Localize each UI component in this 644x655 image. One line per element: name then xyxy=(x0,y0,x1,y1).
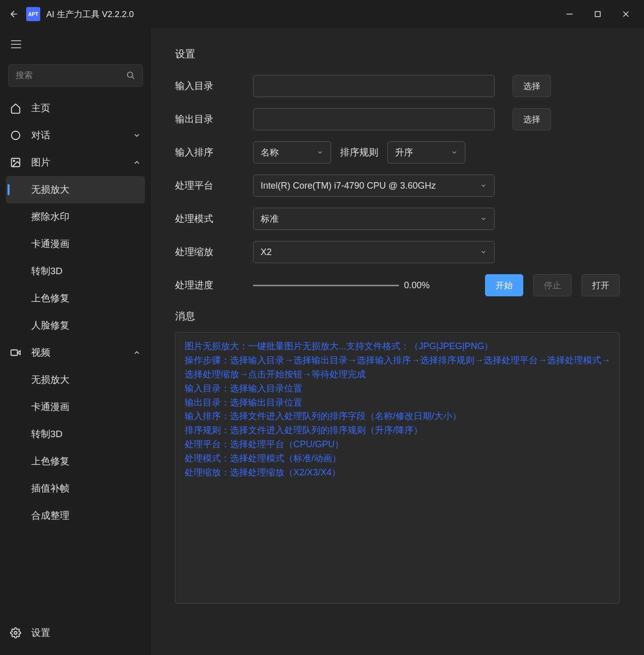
nav-label: 合成整理 xyxy=(31,509,69,522)
chevron-down-icon xyxy=(480,215,487,222)
input-sort-select[interactable]: 名称 xyxy=(253,141,331,163)
search-icon xyxy=(126,71,135,80)
window-title: AI 生产力工具 V2.2.2.0 xyxy=(46,9,555,20)
svg-point-13 xyxy=(14,631,17,634)
chevron-down-icon xyxy=(451,149,458,156)
nav-home-label: 主页 xyxy=(31,102,50,115)
minimize-icon xyxy=(566,11,573,18)
sort-rule-select[interactable]: 升序 xyxy=(387,141,465,163)
message-box[interactable]: 图片无损放大：一键批量图片无损放大...支持文件格式：（JPG|JPEG|PNG… xyxy=(175,332,620,604)
app-icon: APT xyxy=(26,7,40,21)
chat-icon xyxy=(10,130,21,141)
nav-video-compose[interactable]: 合成整理 xyxy=(0,502,151,529)
start-button[interactable]: 开始 xyxy=(485,274,523,296)
nav-image-label: 图片 xyxy=(31,156,50,169)
label-input-dir: 输入目录 xyxy=(175,79,253,93)
menu-toggle[interactable] xyxy=(4,32,28,56)
label-scale: 处理缩放 xyxy=(175,245,253,259)
search-input[interactable] xyxy=(16,70,126,80)
nav-image-cartoon[interactable]: 卡通漫画 xyxy=(0,230,151,258)
select-value: 标准 xyxy=(261,213,279,225)
home-icon xyxy=(10,103,21,114)
nav-image-face[interactable]: 人脸修复 xyxy=(0,312,151,339)
nav-label: 擦除水印 xyxy=(31,210,69,223)
video-icon xyxy=(10,347,21,358)
open-button[interactable]: 打开 xyxy=(582,274,620,296)
chevron-down-icon xyxy=(316,149,324,156)
close-icon xyxy=(622,11,629,18)
close-button[interactable] xyxy=(612,4,640,24)
nav-image-colorize[interactable]: 上色修复 xyxy=(0,285,151,312)
nav-settings[interactable]: 设置 xyxy=(10,621,141,645)
label-mode: 处理模式 xyxy=(175,212,253,225)
output-dir-field[interactable] xyxy=(253,108,495,130)
input-dir-field[interactable] xyxy=(253,75,495,97)
arrow-left-icon xyxy=(9,9,19,19)
nav-label: 卡通漫画 xyxy=(31,237,69,251)
svg-point-7 xyxy=(127,72,133,77)
content-panel: 设置 输入目录 选择 输出目录 选择 输入排序 名称 排序规则 升序 xyxy=(151,28,644,655)
label-sort-rule: 排序规则 xyxy=(340,146,378,159)
nav-image-watermark[interactable]: 擦除水印 xyxy=(0,203,151,230)
nav-video[interactable]: 视频 xyxy=(0,339,151,366)
sidebar: 主页 对话 图片 无损放大 擦除水印 卡通漫画 转制3D 上色修复 人脸修复 视… xyxy=(0,28,151,655)
nav-video-3d[interactable]: 转制3D xyxy=(0,421,151,448)
svg-point-11 xyxy=(13,160,15,161)
nav-dialog[interactable]: 对话 xyxy=(0,122,151,149)
nav-video-interp[interactable]: 插值补帧 xyxy=(0,475,151,502)
nav-video-cartoon[interactable]: 卡通漫画 xyxy=(0,393,151,421)
svg-rect-1 xyxy=(595,12,600,17)
image-icon xyxy=(10,157,21,168)
select-value: Intel(R) Core(TM) i7-4790 CPU @ 3.60GHz xyxy=(261,181,436,191)
select-value: 升序 xyxy=(395,146,413,158)
label-output-dir: 输出目录 xyxy=(175,113,253,126)
nav-dialog-label: 对话 xyxy=(31,129,50,142)
svg-rect-12 xyxy=(11,350,18,356)
hamburger-icon xyxy=(11,40,21,48)
choose-input-dir-button[interactable]: 选择 xyxy=(513,75,551,97)
chevron-down-icon xyxy=(480,249,487,256)
chevron-down-icon xyxy=(480,182,487,189)
svg-line-8 xyxy=(132,76,134,79)
section-title: 设置 xyxy=(175,47,620,61)
message-title: 消息 xyxy=(175,309,620,323)
label-input-sort: 输入排序 xyxy=(175,146,253,159)
titlebar: APT AI 生产力工具 V2.2.2.0 xyxy=(0,0,644,28)
chevron-up-icon xyxy=(133,349,141,357)
nav-label: 无损放大 xyxy=(31,373,69,386)
stop-button[interactable]: 停止 xyxy=(533,274,572,296)
search-box[interactable] xyxy=(8,64,143,87)
nav-label: 无损放大 xyxy=(31,183,69,196)
gear-icon xyxy=(10,627,21,638)
nav-home[interactable]: 主页 xyxy=(0,95,151,122)
maximize-icon xyxy=(594,11,601,18)
nav-label: 插值补帧 xyxy=(31,482,69,495)
chevron-up-icon xyxy=(133,158,141,167)
nav-label: 转制3D xyxy=(31,265,62,278)
nav-image[interactable]: 图片 xyxy=(0,149,151,176)
scale-select[interactable]: X2 xyxy=(253,241,495,263)
platform-select[interactable]: Intel(R) Core(TM) i7-4790 CPU @ 3.60GHz xyxy=(253,175,495,197)
nav-label: 上色修复 xyxy=(31,292,69,305)
nav-label: 上色修复 xyxy=(31,455,69,468)
maximize-button[interactable] xyxy=(584,4,612,24)
select-value: 名称 xyxy=(261,146,279,158)
label-progress: 处理进度 xyxy=(175,279,253,292)
nav-video-upscale[interactable]: 无损放大 xyxy=(0,366,151,393)
nav-video-colorize[interactable]: 上色修复 xyxy=(0,448,151,475)
nav-label: 转制3D xyxy=(31,428,62,441)
nav-label: 卡通漫画 xyxy=(31,400,69,414)
chevron-down-icon xyxy=(133,131,141,139)
back-button[interactable] xyxy=(4,4,24,24)
choose-output-dir-button[interactable]: 选择 xyxy=(513,108,551,130)
nav-label: 人脸修复 xyxy=(31,319,69,332)
mode-select[interactable]: 标准 xyxy=(253,208,495,230)
nav-image-3d[interactable]: 转制3D xyxy=(0,258,151,285)
label-platform: 处理平台 xyxy=(175,179,253,192)
minimize-button[interactable] xyxy=(555,4,584,24)
select-value: X2 xyxy=(261,247,272,258)
progress-bar xyxy=(253,285,399,286)
nav-video-label: 视频 xyxy=(31,346,50,359)
nav-image-upscale[interactable]: 无损放大 xyxy=(6,176,145,203)
nav-settings-label: 设置 xyxy=(31,626,50,639)
